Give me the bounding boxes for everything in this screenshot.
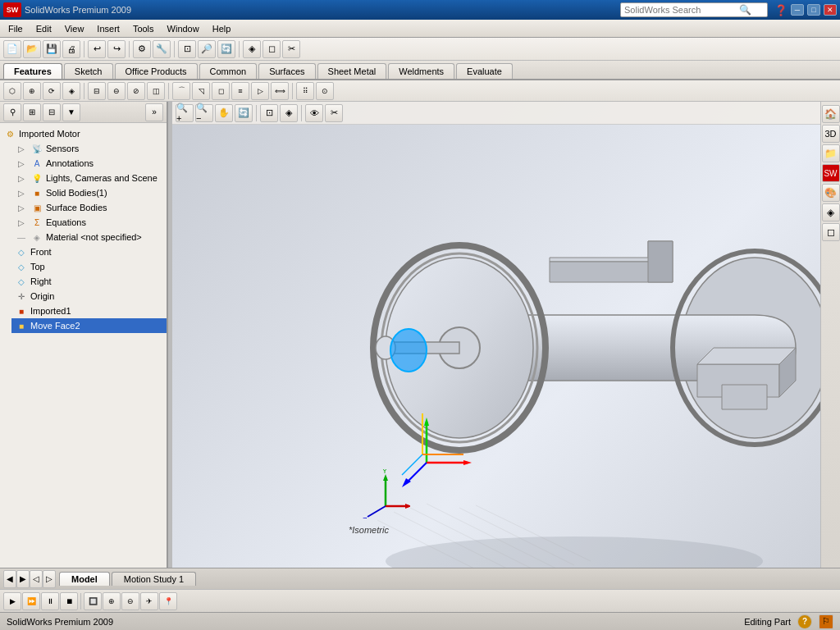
new-button[interactable]: 📄 [3, 40, 21, 58]
bottom-tab-model[interactable]: Model [59, 572, 110, 586]
chamfer-button[interactable]: ◹ [192, 82, 210, 100]
minimize-button[interactable]: ─ [791, 4, 804, 16]
zoom-in-button[interactable]: 🔍+ [176, 104, 194, 122]
tab-sketch[interactable]: Sketch [64, 63, 113, 79]
folder-button[interactable]: 📁 [822, 144, 840, 162]
viewport[interactable]: 🔍+ 🔍− ✋ 🔄 ⊡ ◈ 👁 ✂ [172, 102, 840, 568]
menu-window[interactable]: Window [161, 22, 206, 35]
tab-sheet-metal[interactable]: Sheet Metal [317, 63, 387, 79]
redo-button[interactable]: ↪ [107, 40, 126, 58]
first-tab-button[interactable]: ◁ [30, 570, 43, 588]
swept-boss-button[interactable]: ⟳ [43, 82, 61, 100]
mirror-button[interactable]: ⟺ [271, 82, 289, 100]
swept-cut-button[interactable]: ⊘ [127, 82, 145, 100]
tab-weldments[interactable]: Weldments [388, 63, 454, 79]
zoom-fit-button[interactable]: ⊡ [178, 40, 196, 58]
scenes-button[interactable]: ◈ [822, 203, 840, 221]
3d-view-button[interactable]: 3D [822, 125, 840, 143]
solidworks-icon-button[interactable]: SW [822, 164, 840, 182]
tab-common[interactable]: Common [199, 63, 258, 79]
tree-sensors[interactable]: ▷ 📡 Sensors [11, 141, 167, 156]
draft-button[interactable]: ▷ [251, 82, 269, 100]
tab-office-products[interactable]: Office Products [115, 63, 198, 79]
bt1[interactable]: ▶ [3, 592, 21, 610]
close-button[interactable]: ✕ [824, 4, 837, 16]
maximize-button[interactable]: □ [807, 4, 820, 16]
panel-more-button[interactable]: » [145, 103, 163, 121]
tree-annotations[interactable]: ▷ A Annotations [11, 156, 167, 171]
shaded-button[interactable]: ◈ [243, 40, 261, 58]
print-button[interactable]: 🖨 [62, 40, 80, 58]
bt5[interactable]: 🔲 [84, 592, 102, 610]
search-bar[interactable]: 🔍 [620, 2, 768, 17]
next-tab-button[interactable]: ▶ [16, 570, 30, 588]
expand-button[interactable]: ⊞ [23, 103, 41, 121]
bt9[interactable]: 📍 [159, 592, 177, 610]
tree-move-face2[interactable]: ■ Move Face2 [11, 318, 167, 333]
shell-button[interactable]: ◻ [212, 82, 230, 100]
rebuild-button[interactable]: ⚙ [133, 40, 151, 58]
collapse-button[interactable]: ⊟ [43, 103, 61, 121]
pan-button[interactable]: ✋ [215, 104, 233, 122]
zoom-area-button[interactable]: 🔎 [198, 40, 216, 58]
prev-tab-button[interactable]: ◀ [3, 570, 16, 588]
tree-solid-bodies[interactable]: ▷ ■ Solid Bodies(1) [11, 185, 167, 200]
menu-file[interactable]: File [2, 22, 30, 35]
hide-show-button[interactable]: 👁 [305, 104, 323, 122]
display-style-button[interactable]: ◈ [280, 104, 298, 122]
tab-surfaces[interactable]: Surfaces [258, 63, 315, 79]
bt7[interactable]: ⊖ [121, 592, 139, 610]
menu-edit[interactable]: Edit [30, 22, 58, 35]
bottom-tab-motion-study[interactable]: Motion Study 1 [112, 572, 196, 586]
menu-help[interactable]: Help [206, 22, 238, 35]
feature-filter-button[interactable]: ▼ [62, 103, 80, 121]
rib-button[interactable]: ≡ [231, 82, 249, 100]
search-input[interactable] [624, 5, 739, 15]
appearance-button[interactable]: 🎨 [822, 184, 840, 202]
bt2[interactable]: ⏩ [22, 592, 40, 610]
filter-button[interactable]: ⚲ [3, 103, 21, 121]
tree-front[interactable]: ◇ Front [11, 244, 167, 259]
pattern-button[interactable]: ⠿ [296, 82, 314, 100]
home-view-button[interactable]: 🏠 [822, 105, 840, 123]
extruded-boss-button[interactable]: ⬡ [3, 82, 21, 100]
section-view-button[interactable]: ✂ [325, 104, 343, 122]
revolved-cut-button[interactable]: ⊖ [107, 82, 126, 100]
rotate-button[interactable]: 🔄 [217, 40, 235, 58]
bt3[interactable]: ⏸ [41, 592, 59, 610]
rotate3d-button[interactable]: 🔄 [235, 104, 253, 122]
save-button[interactable]: 💾 [43, 40, 61, 58]
options-button[interactable]: 🔧 [153, 40, 171, 58]
tree-top[interactable]: ◇ Top [11, 259, 167, 274]
zoom-out-button[interactable]: 🔍− [195, 104, 213, 122]
help-button[interactable]: ? [797, 614, 812, 629]
tree-right[interactable]: ◇ Right [11, 274, 167, 289]
tree-lights[interactable]: ▷ 💡 Lights, Cameras and Scene [11, 171, 167, 185]
tab-evaluate[interactable]: Evaluate [456, 63, 513, 79]
menu-insert[interactable]: Insert [90, 22, 126, 35]
tree-imported1[interactable]: ■ Imported1 [11, 304, 167, 318]
search-icon[interactable]: 🔍 [739, 4, 751, 16]
tree-root[interactable]: ⚙ Imported Motor [0, 126, 167, 141]
tree-origin[interactable]: ✛ Origin [11, 289, 167, 304]
help-icon[interactable]: ❓ [774, 4, 788, 16]
view-orient-button[interactable]: ⊡ [260, 104, 278, 122]
hole-wizard-button[interactable]: ⊙ [316, 82, 334, 100]
notifications-button[interactable]: ⚐ [819, 614, 833, 629]
bt6[interactable]: ⊕ [103, 592, 121, 610]
extruded-cut-button[interactable]: ⊟ [88, 82, 106, 100]
open-button[interactable]: 📂 [23, 40, 41, 58]
undo-button[interactable]: ↩ [88, 40, 106, 58]
bt4[interactable]: ⏹ [60, 592, 78, 610]
fillet-button[interactable]: ⌒ [172, 82, 190, 100]
last-tab-button[interactable]: ▷ [43, 570, 56, 588]
tree-surface-bodies[interactable]: ▷ ▣ Surface Bodies [11, 200, 167, 215]
decals-button[interactable]: ◻ [822, 223, 840, 241]
wireframe-button[interactable]: ◻ [262, 40, 281, 58]
tree-material[interactable]: — ◈ Material <not specified> [11, 230, 167, 244]
section-button[interactable]: ✂ [282, 40, 300, 58]
lofted-boss-button[interactable]: ◈ [62, 82, 80, 100]
menu-tools[interactable]: Tools [126, 22, 161, 35]
lofted-cut-button[interactable]: ◫ [147, 82, 165, 100]
revolved-boss-button[interactable]: ⊕ [23, 82, 41, 100]
